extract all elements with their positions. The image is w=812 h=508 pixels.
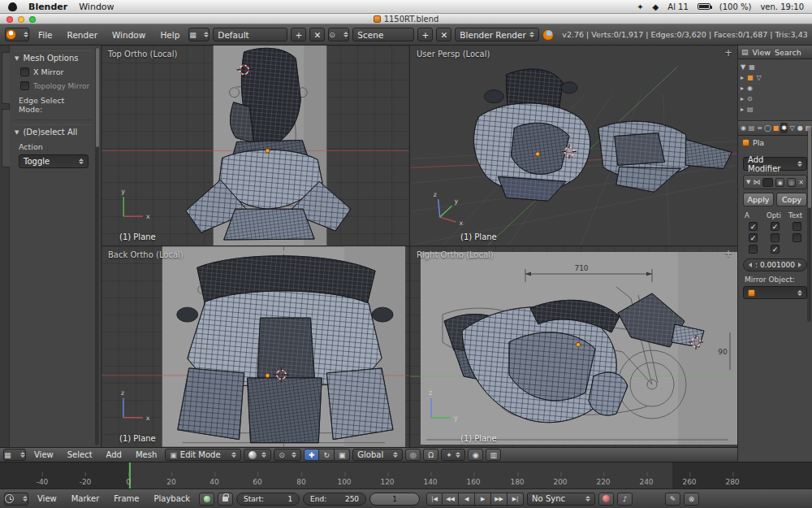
copy-button[interactable]: Copy [776,193,807,206]
outliner-search-menu[interactable]: Search [775,48,801,57]
current-frame-field[interactable]: 1 [369,493,420,506]
viewport-back-ortho[interactable]: x z Back Ortho (Local) (1) Plane [102,246,410,447]
audio-scrub-button[interactable]: ♪ [617,493,633,506]
status-icon-2[interactable]: ◆ [653,2,659,11]
outliner-row[interactable]: ▸◉ [741,83,810,93]
add-modifier-dropdown[interactable]: Add Modifier [743,157,807,171]
apple-menu-icon[interactable] [8,2,17,11]
opengl-render-icon[interactable]: ◉ [468,449,483,461]
decrement-arrow-icon[interactable] [749,263,752,267]
action-toggle-dropdown[interactable]: Toggle [19,154,89,168]
scale-manipulator-icon[interactable]: ▣ [335,449,350,461]
apply-button[interactable]: Apply [743,193,774,206]
mirror-u-checkbox[interactable] [793,222,801,231]
select-menu[interactable]: Select [62,450,98,459]
viewport-top-ortho[interactable]: x y Top Ortho (Local) (1) Plane [102,46,410,246]
outliner-editor-icon[interactable]: ▤ [741,48,749,56]
file-menu[interactable]: File [32,30,58,40]
x-mirror-checkbox[interactable] [20,67,29,76]
window-titlebar[interactable]: 1150RT.blend [0,14,812,24]
editor-type-button[interactable]: ▦ [3,449,26,461]
breadcrumb-object-name[interactable]: Pla [753,138,764,147]
tab-object[interactable]: ■ [772,123,780,133]
properties-scrollbar[interactable] [807,127,811,322]
delete-scene-button[interactable]: ✕ [436,28,451,41]
render-menu[interactable]: Render [62,30,103,40]
outliner-row[interactable]: ▸▤ [741,104,810,115]
menubar-clock[interactable]: ven. 19:10 [760,2,804,11]
tool-shelf-tab[interactable] [2,52,10,104]
render-engine-dropdown[interactable]: Blender Render [455,28,539,41]
window-menu-blender[interactable]: Window [106,30,151,40]
outliner-row[interactable]: ▸⊙ [741,93,810,104]
viewport-user-persp[interactable]: x y z + User Persp (Local) (1) Plane [410,46,737,246]
app-icon-button[interactable] [5,28,29,41]
tab-world[interactable]: ◯ [764,123,771,133]
timeline-marker-menu[interactable]: Marker [66,494,106,503]
prev-keyframe-button[interactable]: ◀◀ [443,493,459,506]
input-indicator[interactable]: Al 11 [667,2,689,11]
keying-set-button[interactable]: ✎ [665,493,680,506]
app-menu[interactable]: Blender [28,2,67,12]
record-button[interactable] [598,493,614,506]
tab-modifiers[interactable]: ✱ [780,123,788,133]
deselect-panel-header[interactable]: ▼ (De)select All [14,124,92,139]
pivot-dropdown[interactable]: ⊙ [274,449,301,461]
outliner-view-menu[interactable]: View [753,48,771,57]
play-reverse-button[interactable]: ◀ [459,493,475,506]
view-menu[interactable]: View [28,450,59,459]
jump-to-end-button[interactable]: ▶| [508,493,524,506]
expand-region-icon[interactable]: + [724,249,732,258]
outliner-row[interactable]: ▸■▽ [741,72,810,83]
layout-browse-button[interactable]: ▦ [188,28,209,41]
clipping-checkbox[interactable] [771,233,780,242]
mirror-object-dropdown[interactable] [743,286,807,299]
expand-region-icon[interactable]: + [724,48,732,58]
modifier-visibility-toggle[interactable]: ◎ [787,178,796,187]
translate-manipulator-icon[interactable]: ✚ [304,449,319,461]
timeline-playback-menu[interactable]: Playback [148,494,196,503]
mirror-v-checkbox[interactable] [793,233,801,242]
scene-browse-button[interactable]: ⊙ [328,28,349,41]
mirror-modifier-header[interactable]: ▼ ⋈ ◉ ◎ ✕ [743,175,807,189]
tab-scene[interactable]: ≡ [756,123,763,133]
tool-shelf-tab[interactable] [2,109,10,167]
vertex-groups-checkbox[interactable]: ✓ [771,245,780,254]
collapse-triangle-icon[interactable]: ▼ [746,179,750,185]
viewport-shading-dropdown[interactable] [244,449,271,461]
rotate-manipulator-icon[interactable]: ↻ [319,449,335,461]
add-menu[interactable]: Add [101,450,127,459]
window-menu[interactable]: Window [79,2,114,12]
mesh-options-panel-header[interactable]: ▼ Mesh Options [14,50,92,65]
timeline-editor-button[interactable] [4,493,28,506]
tab-render-layers[interactable]: ▤ [748,123,755,133]
snap-magnet-icon[interactable]: Ω [423,449,438,461]
add-scene-button[interactable]: + [417,28,433,41]
tab-material[interactable]: ● [797,123,804,133]
layout-name-field[interactable]: Default [213,28,287,41]
increment-arrow-icon[interactable] [798,263,801,267]
orientation-dropdown[interactable]: Global [352,449,403,461]
scene-name-field[interactable]: Scene [352,28,414,41]
status-icon-1[interactable]: ✦ [637,2,643,11]
timeline-ruler[interactable]: -40 -20 0 20 40 60 80 100 120 140 160 18… [0,462,812,488]
topology-mirror-checkbox[interactable] [20,81,29,90]
axis-x-checkbox[interactable]: ✓ [749,222,758,231]
next-keyframe-button[interactable]: ▶▶ [491,493,508,506]
tab-render[interactable]: ◉ [740,123,747,133]
timeline-view-menu[interactable]: View [32,494,63,503]
outliner-row[interactable]: ▼▦ [741,62,810,72]
proportional-edit-icon[interactable]: ◎ [405,449,421,461]
axis-y-checkbox[interactable]: ✓ [749,233,758,242]
start-frame-field[interactable]: Start: 1 [236,493,300,506]
modifier-name-field[interactable] [762,178,773,187]
modifier-render-toggle[interactable]: ◉ [775,178,784,187]
merge-checkbox[interactable]: ✓ [771,222,780,231]
jump-to-start-button[interactable]: |◀ [426,493,443,506]
lock-button[interactable] [218,493,233,506]
axis-z-checkbox[interactable] [749,245,758,254]
add-layout-button[interactable]: + [291,28,306,41]
sync-mode-dropdown[interactable]: No Sync [527,493,595,506]
mode-dropdown[interactable]: ▣ Edit Mode [165,449,241,461]
tool-shelf-scrollbar[interactable] [95,47,99,445]
